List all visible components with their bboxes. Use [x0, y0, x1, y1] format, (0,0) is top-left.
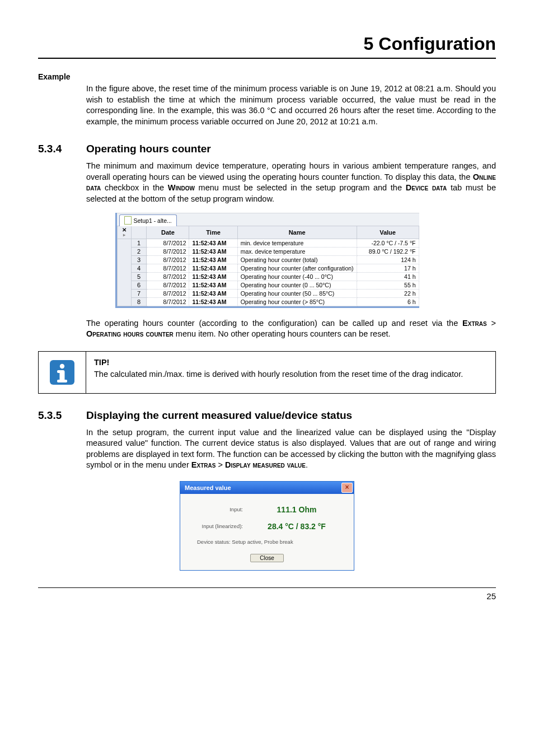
- row-num: 4: [131, 264, 146, 272]
- status-label: Device status:: [197, 539, 231, 545]
- chapter-title: 5 Configuration: [38, 34, 496, 54]
- row-num: 2: [131, 247, 146, 255]
- status-value: Setup active, Probe break: [232, 539, 293, 545]
- table-row[interactable]: 28/7/201211:52:43 AMmax. device temperat…: [117, 247, 419, 255]
- section-535-title: Displaying the current measured value/de…: [86, 409, 352, 422]
- table-row[interactable]: 88/7/201211:52:43 AMOperating hour count…: [117, 297, 419, 306]
- text: >: [216, 460, 225, 469]
- table-row[interactable]: 38/7/201211:52:43 AMOperating hour count…: [117, 255, 419, 264]
- dialog-titlebar[interactable]: Measured value ×: [180, 482, 354, 494]
- tip-body: The calculated min./max. time is derived…: [94, 370, 463, 379]
- cell-value: 6 h: [357, 297, 419, 306]
- cell-date: 8/7/2012: [147, 239, 189, 247]
- row-num: 7: [131, 289, 146, 297]
- operating-hours-screenshot: Setup1 - alte... ✕ ▸ Date Time Name Valu…: [115, 213, 419, 308]
- document-tab[interactable]: Setup1 - alte...: [119, 214, 177, 226]
- grid-corner[interactable]: ✕ ▸: [117, 226, 131, 239]
- example-text: In the figure above, the reset time of t…: [86, 83, 496, 127]
- cell-time: 11:52:43 AM: [189, 264, 237, 272]
- caps-op-counter: Operating hours counter: [86, 329, 174, 338]
- text: The minimum and maximum device temperatu…: [86, 161, 496, 181]
- cell-name: Operating hour counter (50 ... 85°C): [237, 289, 357, 297]
- tip-label: TIP!: [94, 357, 488, 368]
- cell-date: 8/7/2012: [147, 255, 189, 264]
- header-rule: [38, 58, 496, 59]
- row-num: 6: [131, 281, 146, 289]
- section-535-para: In the setup program, the current input …: [86, 427, 496, 471]
- footer-rule: [38, 587, 496, 588]
- cell-date: 8/7/2012: [147, 289, 189, 297]
- grid-header-name[interactable]: Name: [237, 226, 357, 239]
- text: .: [306, 460, 308, 469]
- cell-time: 11:52:43 AM: [189, 289, 237, 297]
- cell-date: 8/7/2012: [147, 247, 189, 255]
- tip-text: TIP! The calculated min./max. time is de…: [86, 352, 495, 393]
- cell-value: 55 h: [357, 281, 419, 289]
- input-linearized-row: Input (linearized): 28.4 °C / 83.2 °F: [187, 522, 347, 531]
- close-icon[interactable]: ×: [341, 483, 353, 493]
- row-num: 1: [131, 239, 146, 247]
- page-number: 25: [38, 591, 496, 601]
- table-row[interactable]: 48/7/201211:52:43 AMOperating hour count…: [117, 264, 419, 272]
- grid-header-time[interactable]: Time: [189, 226, 237, 239]
- table-row[interactable]: 18/7/201211:52:43 AMmin. device temperat…: [117, 239, 419, 247]
- cell-name: Operating hour counter (after configurat…: [237, 264, 357, 272]
- input-label: Input:: [187, 506, 246, 512]
- text: checkbox in the: [101, 183, 168, 192]
- cell-name: min. device temperature: [237, 239, 357, 247]
- section-535-num: 5.3.5: [38, 409, 86, 422]
- cell-time: 11:52:43 AM: [189, 297, 237, 306]
- device-status: Device status: Setup active, Probe break: [197, 539, 347, 545]
- text: menu must be selected in the setup progr…: [195, 183, 406, 192]
- text: menu item. No other operating hours coun…: [174, 329, 391, 338]
- close-button[interactable]: Close: [250, 554, 284, 562]
- text: >: [487, 319, 496, 328]
- dialog-title: Measured value: [185, 484, 231, 491]
- cell-value: 124 h: [357, 255, 419, 264]
- text: The operating hours counter (according t…: [86, 319, 462, 328]
- section-534-num: 5.3.4: [38, 143, 86, 155]
- grid-header-date[interactable]: Date: [147, 226, 189, 239]
- cell-name: max. device temperature: [237, 247, 357, 255]
- tab-label: Setup1 - alte...: [134, 217, 172, 224]
- section-534-para2: The operating hours counter (according t…: [86, 318, 496, 340]
- dialog-content: Input: 111.1 Ohm Input (linearized): 28.…: [180, 494, 354, 570]
- svg-rect-4: [57, 380, 67, 382]
- cell-value: 22 h: [357, 289, 419, 297]
- svg-point-1: [60, 363, 64, 368]
- close-icon: ✕: [120, 227, 129, 233]
- cell-time: 11:52:43 AM: [189, 272, 237, 281]
- grid-header-value[interactable]: Value: [357, 226, 419, 239]
- cell-time: 11:52:43 AM: [189, 281, 237, 289]
- cell-name: Operating hour counter (0 ... 50°C): [237, 281, 357, 289]
- document-icon: [124, 216, 132, 225]
- cell-time: 11:52:43 AM: [189, 247, 237, 255]
- caps-extras: Extras: [462, 319, 487, 328]
- measured-value-dialog: Measured value × Input: 111.1 Ohm Input …: [180, 481, 354, 571]
- cell-date: 8/7/2012: [147, 264, 189, 272]
- section-534-para1: The minimum and maximum device temperatu…: [86, 161, 496, 204]
- cell-name: Operating hour counter (-40 ... 0°C): [237, 272, 357, 281]
- input-row: Input: 111.1 Ohm: [187, 505, 347, 514]
- tab-bar: Setup1 - alte...: [117, 213, 419, 226]
- svg-rect-3: [57, 370, 62, 373]
- data-grid: ✕ ▸ Date Time Name Value 18/7/201211:52:…: [117, 226, 419, 306]
- caps-extras: Extras: [191, 460, 216, 469]
- cell-time: 11:52:43 AM: [189, 255, 237, 264]
- table-row[interactable]: 78/7/201211:52:43 AMOperating hour count…: [117, 289, 419, 297]
- input-linearized-label: Input (linearized):: [187, 523, 246, 529]
- grid-header-blank: [131, 226, 146, 239]
- cell-value: 89.0 °C / 192.2 °F: [357, 247, 419, 255]
- cell-name: Operating hour counter (> 85°C): [237, 297, 357, 306]
- table-row[interactable]: 68/7/201211:52:43 AMOperating hour count…: [117, 281, 419, 289]
- row-num: 5: [131, 272, 146, 281]
- table-row[interactable]: 58/7/201211:52:43 AMOperating hour count…: [117, 272, 419, 281]
- input-linearized-value: 28.4 °C / 83.2 °F: [246, 522, 347, 531]
- row-gutter: [117, 239, 131, 306]
- caps-device-data: Device data: [406, 183, 447, 192]
- cell-value: -22.0 °C / -7.5 °F: [357, 239, 419, 247]
- row-num: 8: [131, 297, 146, 306]
- tip-box: TIP! The calculated min./max. time is de…: [38, 351, 496, 394]
- cell-value: 41 h: [357, 272, 419, 281]
- caps-display-measured: Display measured value: [225, 460, 306, 469]
